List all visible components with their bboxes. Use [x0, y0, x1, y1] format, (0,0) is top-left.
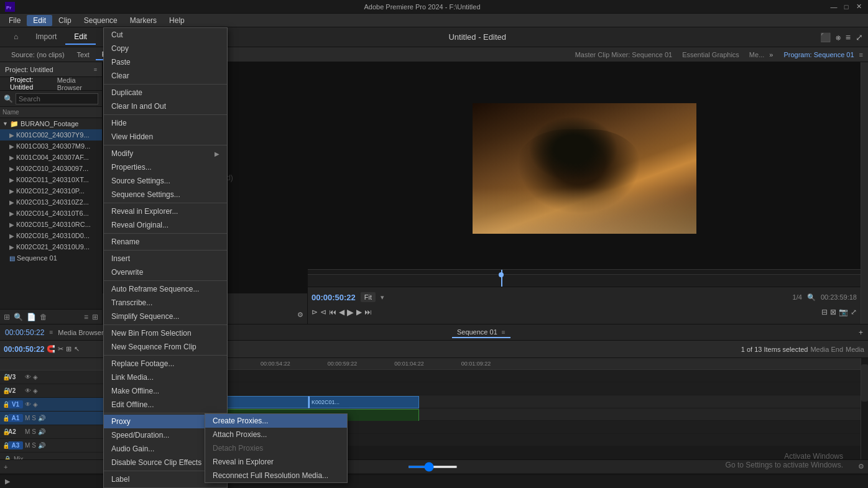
- ctx-simplify[interactable]: Simplify Sequence...: [104, 310, 227, 323]
- v1-lock-icon[interactable]: 🔒: [2, 401, 6, 408]
- v2-eye-icon[interactable]: 👁: [25, 387, 31, 394]
- menu-markers[interactable]: Markers: [124, 15, 163, 26]
- prog-fit-dropdown[interactable]: ▾: [381, 293, 384, 302]
- ctx-rename[interactable]: Rename: [104, 235, 227, 249]
- ctx-reveal-original[interactable]: Reveal Original...: [104, 218, 227, 232]
- monitor-icon[interactable]: ⬛: [820, 32, 831, 42]
- a1-solo-icon[interactable]: S: [32, 415, 36, 421]
- a3-label[interactable]: A3: [8, 441, 23, 449]
- ctx-proxy[interactable]: Proxy ▶ Create Proxies... Attach Proxies…: [104, 415, 227, 428]
- ctx-overwrite[interactable]: Overwrite: [104, 265, 227, 279]
- tab-import[interactable]: Import: [27, 30, 65, 45]
- v1-eye-icon[interactable]: 👁: [25, 401, 31, 408]
- prog-fit-btn[interactable]: Fit: [361, 292, 376, 302]
- v2-lock-icon[interactable]: 🔒: [2, 387, 6, 394]
- v3-eye-icon[interactable]: 👁: [25, 374, 31, 380]
- file-item-sequence[interactable]: ▤ Sequence 01: [0, 252, 102, 264]
- ctx-insert[interactable]: Insert: [104, 252, 227, 265]
- a2-mute-icon[interactable]: M: [25, 428, 30, 435]
- prog-goto-in-icon[interactable]: ⏮: [329, 308, 336, 316]
- program-menu-icon[interactable]: ≡: [859, 51, 863, 58]
- v1-label[interactable]: V1: [8, 400, 23, 408]
- menu-help[interactable]: Help: [163, 15, 191, 26]
- tl-scroll-slider[interactable]: [408, 466, 458, 468]
- search-bin-icon[interactable]: 🔍: [14, 313, 23, 321]
- subtab-source[interactable]: Source: (no clips): [5, 50, 71, 60]
- a3-lock-icon[interactable]: 🔒: [2, 442, 6, 449]
- tl-insert-icon[interactable]: ⊞: [66, 345, 72, 353]
- a1-mute-icon[interactable]: M: [25, 415, 30, 421]
- prog-play-icon[interactable]: ▶: [347, 307, 354, 317]
- file-item-9[interactable]: ▶ K002C016_240310D0...: [0, 230, 102, 241]
- settings-icon[interactable]: ≡: [846, 32, 851, 42]
- a1-lock-icon[interactable]: 🔒: [2, 415, 6, 421]
- ctx-reveal-explorer[interactable]: Reveal in Explorer...: [104, 205, 227, 218]
- a3-solo-icon[interactable]: S: [32, 442, 36, 449]
- status-play-icon[interactable]: ▶: [5, 477, 10, 486]
- file-item-6[interactable]: ▶ K002C013_240310Z2...: [0, 196, 102, 208]
- menu-edit[interactable]: Edit: [27, 15, 52, 26]
- v1-clip-icon[interactable]: ◈: [33, 401, 38, 408]
- tab-home[interactable]: ⌂: [5, 30, 27, 45]
- ctx-hide[interactable]: Hide: [104, 116, 227, 130]
- proxy-create[interactable]: Create Proxies...: [205, 414, 347, 428]
- tl-selection-icon[interactable]: ↖: [74, 345, 80, 353]
- tl-razor-icon[interactable]: ✂: [58, 345, 63, 353]
- prog-scrubber[interactable]: [308, 274, 861, 287]
- ctx-duplicate[interactable]: Duplicate: [104, 86, 227, 99]
- minimize-button[interactable]: —: [829, 2, 838, 11]
- ctx-edit-offline[interactable]: Edit Offline...: [104, 398, 227, 412]
- fullscreen-icon[interactable]: ⤢: [856, 32, 863, 42]
- close-button[interactable]: ✕: [854, 2, 863, 11]
- a3-mute-icon[interactable]: M: [25, 442, 30, 449]
- file-item-4[interactable]: ▶ K002C011_240310XT...: [0, 174, 102, 185]
- prog-fullscreen-icon[interactable]: ⤢: [851, 308, 857, 316]
- new-item-icon[interactable]: 📄: [27, 313, 36, 321]
- tl-btn-settings[interactable]: ⚙: [858, 463, 864, 471]
- prog-step-fwd-icon[interactable]: ▶: [356, 308, 362, 316]
- file-item-7[interactable]: ▶ K002C014_240310T6...: [0, 208, 102, 219]
- prog-extract-icon[interactable]: ⊠: [830, 308, 836, 316]
- share-icon[interactable]: ⎈: [836, 32, 841, 42]
- ctx-link-media[interactable]: Link Media...: [104, 371, 227, 384]
- ctx-copy[interactable]: Copy: [104, 42, 227, 55]
- a2-lock-icon[interactable]: 🔒: [2, 428, 6, 435]
- tl-media-browser-tab[interactable]: Media Browser: [58, 329, 103, 336]
- ctx-clear-io[interactable]: Clear In and Out: [104, 99, 227, 113]
- ctx-make-offline[interactable]: Make Offline...: [104, 384, 227, 398]
- tl-add-icon[interactable]: +: [859, 328, 863, 337]
- list-view-icon[interactable]: ≡: [84, 313, 88, 321]
- a1-vol-icon[interactable]: 🔊: [38, 415, 45, 421]
- delete-icon[interactable]: 🗑: [40, 313, 47, 321]
- proj-tab-project[interactable]: Project: Untitled: [5, 75, 52, 93]
- menu-file[interactable]: File: [2, 15, 27, 26]
- proj-tab-media-browser[interactable]: Media Browser: [52, 75, 97, 93]
- a1-label[interactable]: A1: [8, 414, 23, 422]
- tl-right-scrollbar[interactable]: [861, 358, 868, 459]
- ctx-source-settings[interactable]: Source Settings...: [104, 174, 227, 188]
- grid-view-icon[interactable]: ⊞: [92, 313, 98, 321]
- panel-hamburger-icon[interactable]: ≡: [94, 67, 97, 73]
- file-item-2[interactable]: ▶ K001C004_240307AF...: [0, 152, 102, 163]
- ctx-modify[interactable]: Modify ▶: [104, 147, 227, 160]
- right-scrollbar-v[interactable]: [861, 62, 868, 324]
- ctx-new-seq[interactable]: New Sequence From Clip: [104, 340, 227, 354]
- prog-lift-icon[interactable]: ⊟: [821, 308, 828, 316]
- prog-zoom-icon[interactable]: 🔍: [807, 293, 816, 302]
- v3-lock-icon[interactable]: 🔒: [2, 374, 6, 380]
- ctx-new-bin[interactable]: New Bin From Selection: [104, 326, 227, 340]
- subtab-text[interactable]: Text: [71, 50, 96, 60]
- maximize-button[interactable]: □: [842, 2, 851, 11]
- prog-goto-out-icon[interactable]: ⏭: [364, 308, 372, 316]
- prog-step-back-icon[interactable]: ◀: [339, 308, 344, 316]
- tab-edit[interactable]: Edit: [65, 30, 96, 45]
- a2-vol-icon[interactable]: 🔊: [38, 428, 45, 435]
- prog-mark-out-icon[interactable]: ⊲: [320, 308, 326, 316]
- ctx-cut[interactable]: Cut: [104, 28, 227, 42]
- proxy-reveal[interactable]: Reveal in Explorer: [205, 455, 347, 469]
- proxy-attach[interactable]: Attach Proxies...: [205, 428, 347, 441]
- menu-clip[interactable]: Clip: [52, 15, 78, 26]
- ctx-replace-footage[interactable]: Replace Footage...: [104, 357, 227, 371]
- menu-sequence[interactable]: Sequence: [78, 15, 124, 26]
- ctx-paste[interactable]: Paste: [104, 55, 227, 69]
